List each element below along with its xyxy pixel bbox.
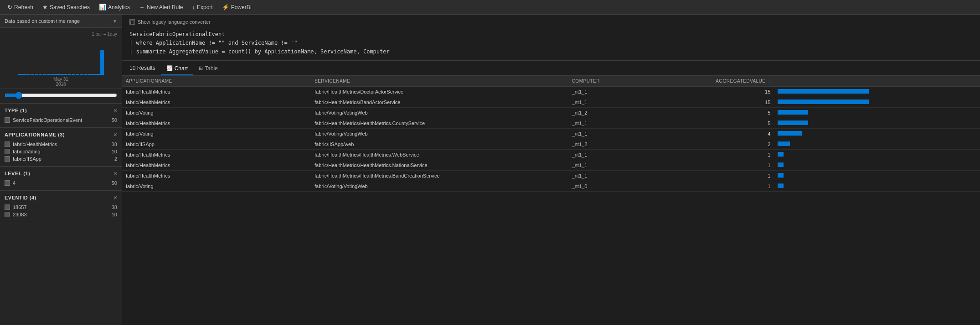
analytics-button[interactable]: 📊 Analytics	[95, 1, 134, 14]
cell-servicename: fabric/HealthMetrics/DoctorActorService	[311, 86, 568, 97]
refresh-button[interactable]: ↻ Refresh	[4, 1, 37, 14]
filter-checkbox[interactable]	[5, 180, 10, 186]
filter-item[interactable]: fabric/HealthMetrics38	[5, 141, 117, 148]
filter-header-eventid: EVENTID (4)×	[5, 194, 117, 201]
cell-aggregatedvalue: 15	[688, 86, 774, 97]
powerbi-button[interactable]: ⚡ PowerBI	[218, 1, 255, 14]
top-nav: ↻ Refresh ★ Saved Searches 📊 Analytics ＋…	[0, 0, 980, 15]
cell-aggregatedvalue: 2	[688, 139, 774, 149]
col-header-aggregatedvalue[interactable]: AGGREGATEDVALUE ↓	[688, 76, 774, 87]
filter-checkbox[interactable]	[5, 212, 10, 217]
cell-computer: _nt1_1	[568, 149, 688, 160]
filter-item-count: 38	[112, 142, 117, 147]
saved-searches-label: Saved Searches	[50, 4, 90, 10]
cell-servicename: fabric/IISApp/web	[311, 139, 568, 149]
filter-checkbox[interactable]	[5, 117, 10, 123]
time-range-selector[interactable]: Data based on custom time range ▼	[0, 15, 122, 28]
filter-item[interactable]: fabric/IISApp2	[5, 155, 117, 162]
cell-servicename: fabric/HealthMetrics/HealthMetrics.BandC…	[311, 170, 568, 181]
cell-aggregatedvalue: 5	[688, 118, 774, 128]
col-header-bar	[774, 76, 980, 87]
bar-visualization	[778, 162, 784, 167]
table-tab-label: Table	[205, 65, 218, 72]
legacy-checkbox[interactable]: ☐	[129, 19, 135, 25]
table-row[interactable]: fabric/HealthMetricsfabric/HealthMetrics…	[122, 86, 980, 97]
histogram-bar	[80, 74, 83, 75]
cell-bar	[774, 170, 980, 181]
filter-item[interactable]: 1865738	[5, 204, 117, 211]
results-table: APPLICATIONNAME SERVICENAME COMPUTER AGG…	[122, 76, 980, 192]
filter-checkbox[interactable]	[5, 204, 10, 210]
cell-servicename: fabric/Voting/VotingWeb	[311, 128, 568, 139]
filter-checkbox[interactable]	[5, 156, 10, 162]
table-row[interactable]: fabric/HealthMetricsfabric/HealthMetrics…	[122, 149, 980, 160]
filter-item-count: 2	[114, 156, 117, 162]
cell-servicename: fabric/Voting/VotingWeb	[311, 107, 568, 118]
export-icon: ↓	[192, 4, 196, 10]
filter-item[interactable]: 2308310	[5, 211, 117, 218]
filter-item[interactable]: ServiceFabricOperationalEvent50	[5, 116, 117, 124]
cell-aggregatedvalue: 4	[688, 128, 774, 139]
cell-servicename: fabric/HealthMetrics/BandActorService	[311, 97, 568, 107]
table-row[interactable]: fabric/Votingfabric/Voting/VotingWeb_nt1…	[122, 181, 980, 191]
cell-servicename: fabric/Voting/VotingWeb	[311, 181, 568, 191]
results-count: 10 Results	[129, 65, 155, 74]
cell-bar	[774, 160, 980, 170]
filter-item[interactable]: fabric/Voting10	[5, 148, 117, 155]
table-row[interactable]: fabric/HealthMetricsfabric/HealthMetrics…	[122, 160, 980, 170]
cell-applicationname: fabric/HealthMetrics	[122, 97, 311, 107]
filter-checkbox[interactable]	[5, 142, 10, 147]
saved-searches-button[interactable]: ★ Saved Searches	[39, 1, 93, 14]
filter-title-applicationName: APPLICATIONNAME (3)	[5, 132, 65, 137]
tab-table[interactable]: ⊞ Table	[193, 63, 223, 75]
cell-applicationname: fabric/Voting	[122, 128, 311, 139]
histogram-bar	[55, 74, 59, 75]
time-range-text: Data based on custom time range	[5, 18, 111, 24]
histogram-bar	[100, 50, 104, 75]
filter-item-count: 50	[112, 180, 117, 186]
powerbi-icon: ⚡	[222, 4, 229, 10]
table-row[interactable]: fabric/HealthMetricsfabric/HealthMetrics…	[122, 97, 980, 107]
content-area: ☐ Show legacy language converter Service…	[122, 15, 980, 325]
table-row[interactable]: fabric/HealthMetricsfabric/HealthMetrics…	[122, 118, 980, 128]
tab-chart[interactable]: 📈 Chart	[161, 63, 193, 75]
col-header-applicationname[interactable]: APPLICATIONNAME	[122, 76, 311, 87]
cell-aggregatedvalue: 1	[688, 170, 774, 181]
chart-tab-icon: 📈	[166, 65, 173, 71]
cell-bar	[774, 86, 980, 97]
cell-bar	[774, 139, 980, 149]
new-alert-rule-button[interactable]: ＋ New Alert Rule	[135, 1, 186, 14]
table-row[interactable]: fabric/Votingfabric/Voting/VotingWeb_nt1…	[122, 128, 980, 139]
filter-header-type: TYPE (1)×	[5, 107, 117, 114]
filter-close-eventid[interactable]: ×	[113, 194, 117, 201]
histogram-bar	[84, 74, 88, 75]
time-slider[interactable]	[5, 92, 117, 99]
table-row[interactable]: fabric/Votingfabric/Voting/VotingWeb_nt1…	[122, 107, 980, 118]
filter-item[interactable]: 450	[5, 179, 117, 187]
filter-close-level[interactable]: ×	[113, 170, 117, 177]
table-row[interactable]: fabric/IISAppfabric/IISApp/web_nt1_22	[122, 139, 980, 149]
table-row[interactable]: fabric/HealthMetricsfabric/HealthMetrics…	[122, 170, 980, 181]
filter-close-applicationName[interactable]: ×	[113, 131, 117, 138]
cell-servicename: fabric/HealthMetrics/HealthMetrics.Count…	[311, 118, 568, 128]
chevron-down-icon: ▼	[113, 19, 117, 24]
filter-title-eventid: EVENTID (4)	[5, 195, 36, 200]
export-button[interactable]: ↓ Export	[189, 1, 217, 14]
cell-computer: _nt1_1	[568, 170, 688, 181]
histogram-bar	[76, 74, 79, 75]
cell-applicationname: fabric/Voting	[122, 181, 311, 191]
cell-applicationname: fabric/HealthMetrics	[122, 170, 311, 181]
filter-title-level: LEVEL (1)	[5, 171, 30, 176]
chart-tab-label: Chart	[175, 65, 188, 72]
star-icon: ★	[42, 4, 48, 10]
bar-visualization	[778, 100, 869, 104]
filter-checkbox[interactable]	[5, 149, 10, 154]
filter-item-count: 10	[112, 212, 117, 217]
filter-item-label: 4	[13, 180, 109, 186]
show-legacy-row: ☐ Show legacy language converter	[129, 19, 973, 25]
col-header-computer[interactable]: COMPUTER	[568, 76, 688, 87]
refresh-icon: ↻	[7, 4, 12, 10]
col-header-servicename[interactable]: SERVICENAME	[311, 76, 568, 87]
cell-applicationname: fabric/Voting	[122, 107, 311, 118]
filter-close-type[interactable]: ×	[113, 107, 117, 114]
